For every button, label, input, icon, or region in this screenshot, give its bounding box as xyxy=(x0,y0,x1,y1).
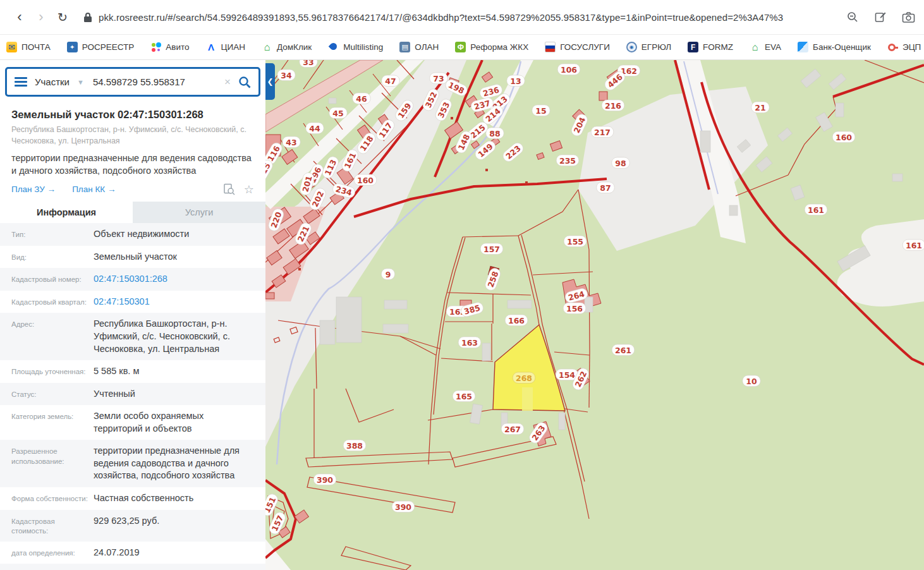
parcel-label-88[interactable]: 88 xyxy=(486,128,504,139)
parcel-label-156[interactable]: 156 xyxy=(563,303,586,314)
attribute-row: Разрешенное использование: территории пр… xyxy=(0,440,265,487)
attribute-label: Адрес: xyxy=(11,318,94,355)
search-input[interactable] xyxy=(93,76,217,87)
bookmark-formz[interactable]: F FORMZ xyxy=(688,42,733,52)
svg-text:157: 157 xyxy=(483,245,500,254)
bookmark-pin[interactable]: Multilisting xyxy=(328,42,383,52)
olan-icon: ▤ xyxy=(399,42,410,52)
chevron-down-icon[interactable]: ▼ xyxy=(77,78,84,86)
plan-kk-link[interactable]: План КК → xyxy=(72,185,116,194)
parcel-label-155[interactable]: 155 xyxy=(564,236,587,247)
svg-text:161: 161 xyxy=(906,241,922,250)
parcel-label-34[interactable]: 34 xyxy=(277,70,295,81)
parcel-label-13[interactable]: 13 xyxy=(507,75,525,87)
svg-text:216: 216 xyxy=(605,101,621,111)
parcel-label-157[interactable]: 157 xyxy=(480,243,503,255)
parcel-label-390[interactable]: 390 xyxy=(313,474,336,485)
parcel-label-160[interactable]: 160 xyxy=(354,174,377,186)
bookmark-bank[interactable]: Банк-Оценщик xyxy=(798,42,871,52)
reload-button[interactable]: ↻ xyxy=(52,10,73,25)
parcel-label-73[interactable]: 73 xyxy=(430,73,447,84)
plan-zu-link[interactable]: План ЗУ → xyxy=(11,185,56,194)
bookmark-avito[interactable]: Авито xyxy=(150,42,189,52)
parcel-label-217[interactable]: 217 xyxy=(591,126,614,138)
svg-text:9: 9 xyxy=(386,270,391,279)
attribute-value[interactable]: 02:47:150301 xyxy=(94,296,254,308)
svg-text:388: 388 xyxy=(346,441,363,451)
bookmark-ecp[interactable]: ЭЦП xyxy=(887,42,921,52)
parcel-label-33[interactable]: 33 xyxy=(300,60,317,68)
parcel-label-235[interactable]: 235 xyxy=(556,155,579,166)
bookmarks-bar: ✉ ПОЧТА ✦ РОСРЕЕСТР Авито Λ ЦИАН ⌂ ДомКл… xyxy=(0,35,924,60)
parcel-label-267[interactable]: 267 xyxy=(501,423,524,435)
parcel-label-261[interactable]: 261 xyxy=(612,344,635,356)
parcel-label-46[interactable]: 46 xyxy=(353,93,370,104)
parcel-label-166[interactable]: 166 xyxy=(505,315,528,326)
parcel-label-160[interactable]: 160 xyxy=(832,131,855,143)
attribute-label: Кадастровый квартал: xyxy=(11,296,94,308)
svg-text:268: 268 xyxy=(516,373,532,383)
parcel-label-15[interactable]: 15 xyxy=(532,105,550,116)
map-canvas[interactable]: 3334474645444311611515911711816111319620… xyxy=(265,60,924,570)
eva-icon: ⌂ xyxy=(750,42,760,52)
bookmark-olan[interactable]: ▤ ОЛАН xyxy=(399,42,439,52)
camera-icon[interactable] xyxy=(901,10,915,24)
search-category-select[interactable]: Участки xyxy=(35,76,70,87)
forward-button[interactable]: › xyxy=(30,9,52,25)
clear-search-icon[interactable]: × xyxy=(224,76,231,88)
tab-услуги[interactable]: Услуги xyxy=(133,202,265,223)
zoom-page-icon[interactable] xyxy=(846,10,860,24)
bookmark-egrul[interactable]: ◉ ЕГРЮЛ xyxy=(626,42,671,52)
bookmark-gosuslugi[interactable]: ГОСУСЛУГИ xyxy=(545,42,610,52)
gosuslugi-icon xyxy=(545,42,556,52)
attribute-value[interactable]: 02:47:150301:268 xyxy=(94,273,254,286)
bookmark-rosreestr[interactable]: ✦ РОСРЕЕСТР xyxy=(67,42,135,52)
svg-text:21: 21 xyxy=(755,103,765,112)
selected-parcel-label-268[interactable]: 268 xyxy=(513,372,535,384)
parcel-label-47[interactable]: 47 xyxy=(382,75,399,87)
parcel-label-21[interactable]: 21 xyxy=(751,102,769,113)
attribute-label: Кадастровый номер: xyxy=(11,273,94,286)
favorite-star-icon[interactable]: ☆ xyxy=(244,184,254,195)
parcel-label-161[interactable]: 161 xyxy=(903,240,924,251)
parcel-label-390[interactable]: 390 xyxy=(392,501,415,512)
edit-share-icon[interactable] xyxy=(873,10,887,24)
menu-icon[interactable] xyxy=(15,77,27,87)
tab-информация[interactable]: Информация xyxy=(0,202,133,223)
attribute-label: Категория земель: xyxy=(11,410,94,435)
egrul-icon: ◉ xyxy=(626,42,637,52)
attribute-value: 5 585 кв. м xyxy=(94,365,254,378)
panel-collapse-button[interactable]: ❮ xyxy=(265,63,275,100)
bank-icon xyxy=(798,42,808,52)
lock-icon xyxy=(83,12,92,23)
parcel-label-45[interactable]: 45 xyxy=(329,107,347,119)
parcel-label-9[interactable]: 9 xyxy=(381,269,394,280)
parcel-label-165[interactable]: 165 xyxy=(453,391,475,402)
parcel-label-44[interactable]: 44 xyxy=(306,123,324,134)
attribute-value: Частная собственность xyxy=(94,492,254,505)
parcel-label-98[interactable]: 98 xyxy=(612,157,629,169)
bookmark-reforma[interactable]: Ф Реформа ЖКХ xyxy=(455,42,528,52)
url-bar[interactable]: pkk.rosreestr.ru/#/search/54.59926489391… xyxy=(99,12,837,23)
parcel-label-43[interactable]: 43 xyxy=(283,136,300,148)
parcel-label-388[interactable]: 388 xyxy=(343,440,366,451)
parcel-label-10[interactable]: 10 xyxy=(743,375,760,387)
bookmark-eva[interactable]: ⌂ EVA xyxy=(750,42,781,52)
search-icon[interactable] xyxy=(238,76,251,88)
parcel-label-106[interactable]: 106 xyxy=(557,64,580,75)
bookmark-pochta[interactable]: ✉ ПОЧТА xyxy=(6,42,51,52)
parcel-label-163[interactable]: 163 xyxy=(458,337,481,348)
bookmark-cian[interactable]: Λ ЦИАН xyxy=(206,42,245,52)
attribute-value: Земли особо охраняемых территорий и объе… xyxy=(94,410,254,435)
svg-text:98: 98 xyxy=(615,159,626,168)
svg-text:44: 44 xyxy=(309,124,320,133)
parcel-label-87[interactable]: 87 xyxy=(597,182,614,193)
cadastral-map[interactable]: 3334474645444311611515911711816111319620… xyxy=(265,60,924,570)
parcel-label-216[interactable]: 216 xyxy=(602,100,624,111)
back-button[interactable]: ‹ xyxy=(9,9,30,25)
svg-text:165: 165 xyxy=(456,392,472,401)
doc-search-icon[interactable] xyxy=(223,183,235,195)
parcel-label-161[interactable]: 161 xyxy=(805,204,827,215)
bookmark-domclick[interactable]: ⌂ ДомКлик xyxy=(262,42,312,52)
domclick-icon: ⌂ xyxy=(262,42,272,52)
